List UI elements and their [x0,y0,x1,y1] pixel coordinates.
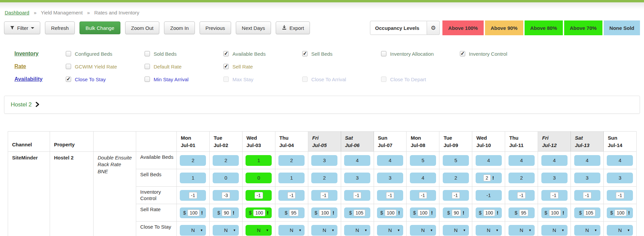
value-input[interactable]: 100 [319,209,331,216]
occupancy-settings-button[interactable]: ⚙ [427,21,440,35]
export-button[interactable]: Export [276,21,310,34]
value-input[interactable]: -1 [517,192,525,199]
value-input[interactable]: -3 [222,192,230,199]
value-input[interactable]: 100 [418,209,429,216]
previous-button[interactable]: Previous [200,21,231,34]
value-input[interactable]: -1 [189,192,197,199]
sell-rate-pill: $100! [311,207,337,218]
value-input[interactable]: -1 [353,192,361,199]
filter-option-sell-beds[interactable]: Sell Beds [302,51,381,57]
value-input[interactable]: 95 [519,209,529,216]
filter-option-configured-beds[interactable]: Configured Beds [66,51,145,57]
filter-option-sold-beds[interactable]: Sold Beds [145,51,223,57]
toolbar: Filter Refresh Bulk Change Zoom Out Zoom… [4,20,640,35]
value-input[interactable]: -1 [583,192,591,199]
zoom-out-button[interactable]: Zoom Out [125,21,160,34]
filter-option-gcwim-yield-rate[interactable]: GCWIM Yield Rate [66,64,145,69]
close-to-stay-select[interactable]: N▼ [180,225,206,236]
value-input[interactable]: 105 [584,209,595,216]
filter-option-inventory-control[interactable]: Inventory Control [460,51,539,57]
value-input[interactable]: 100 [614,209,626,216]
date-header-jul-01: MonJul-01 [177,132,210,152]
property-panel-header[interactable]: Hostel 2 [4,96,640,114]
value-input[interactable]: 2 [483,175,491,181]
refresh-button[interactable]: Refresh [45,21,75,34]
cell-value: 4 [586,157,588,163]
close-to-stay-select[interactable]: N▼ [508,225,535,236]
sell-beds-pill: 0 [213,173,239,183]
close-to-stay-select[interactable]: N▼ [410,225,436,236]
close-to-stay-select[interactable]: N▼ [574,225,600,236]
close-to-stay-select[interactable]: N▼ [246,225,272,236]
sell-rate-pill: $95 [508,207,535,218]
select-value: N [520,227,523,233]
next-days-button[interactable]: Next Days [236,21,271,34]
sell-rate-pill: $90! [443,207,469,218]
checkbox-label: Configured Beds [75,51,112,57]
zoom-in-button[interactable]: Zoom In [164,21,195,34]
close-to-stay-select[interactable]: N▼ [476,225,502,236]
currency-prefix: $ [447,210,450,216]
value-input[interactable]: 100 [385,209,396,216]
value-input[interactable]: 95 [289,209,299,216]
close-to-stay-select[interactable]: N▼ [541,225,568,236]
close-to-stay-select[interactable]: N▼ [278,225,305,236]
value-input[interactable]: 100 [549,209,561,216]
close-to-stay-select[interactable]: N▼ [443,225,469,236]
caret-down-icon: ▼ [496,229,499,232]
filter-option-min-stay-arrival[interactable]: Min Stay Arrival [145,77,223,82]
filter-category-rate[interactable]: Rate [14,63,66,69]
select-value: N [323,227,326,233]
filter-row-availability: AvailabilityClose To StayMin Stay Arriva… [14,73,644,86]
checkbox-default-rate[interactable] [145,64,150,69]
value-input[interactable]: 90 [222,209,231,216]
value-input[interactable]: 105 [354,209,365,216]
sell-beds-pill: 3 [574,173,600,183]
value-input[interactable]: -1 [255,192,263,199]
checkbox-inventory-control[interactable] [460,51,465,56]
sell-beds-pill: 0 [246,173,272,183]
checkbox-configured-beds[interactable] [66,51,71,56]
value-input[interactable]: -1 [452,192,460,199]
filter-option-available-beds[interactable]: Available Beds [223,51,302,57]
checkbox-sell-beds[interactable] [302,51,308,56]
currency-prefix: $ [349,210,352,216]
date-header-jul-13: SatJul-13 [571,132,604,152]
warning-icon: ! [431,210,433,216]
value-input[interactable]: 90 [452,209,461,216]
close-to-stay-select[interactable]: N▼ [344,225,370,236]
filter-option-default-rate[interactable]: Default Rate [145,64,223,69]
filter-category-inventory[interactable]: Inventory [14,51,66,57]
filter-option-close-to-stay[interactable]: Close To Stay [66,77,145,82]
checkbox-inventory-allocation[interactable] [381,51,386,56]
row-label-close-to-stay: Close To Stay [136,222,177,236]
value-input[interactable]: -1 [616,192,624,199]
close-to-stay-select[interactable]: N▼ [311,225,337,236]
close-to-stay-select[interactable]: N▼ [377,225,403,236]
gear-icon: ⚙ [431,25,436,32]
checkbox-available-beds[interactable] [223,51,229,56]
value-input[interactable]: -1 [320,192,328,199]
value-input[interactable]: 100 [253,209,265,216]
filter-category-availability[interactable]: Availability [14,76,66,82]
checkbox-sell-rate[interactable] [223,64,229,69]
filter-button[interactable]: Filter [4,21,40,34]
checkbox-gcwim-yield-rate[interactable] [66,64,71,69]
value-input[interactable]: 100 [483,209,495,216]
close-to-stay-select[interactable]: N▼ [607,225,633,236]
value-input[interactable]: 100 [187,209,199,216]
value-input[interactable]: -1 [419,192,427,199]
filter-option-inventory-allocation[interactable]: Inventory Allocation [381,51,460,57]
value-input[interactable]: -1 [386,192,394,199]
inventory-control-pill: -1 [607,190,633,201]
download-icon [282,25,287,31]
value-input[interactable]: -1 [287,192,296,199]
checkbox-close-to-stay[interactable] [66,77,71,82]
checkbox-min-stay-arrival[interactable] [145,77,150,82]
filter-option-sell-rate[interactable]: Sell Rate [223,64,302,69]
bulk-change-button[interactable]: Bulk Change [79,21,120,34]
value-input[interactable]: -1 [550,192,558,199]
close-to-stay-select[interactable]: N▼ [213,225,239,236]
checkbox-sold-beds[interactable] [145,51,150,56]
breadcrumb-dashboard-link[interactable]: Dashboard [5,10,29,15]
